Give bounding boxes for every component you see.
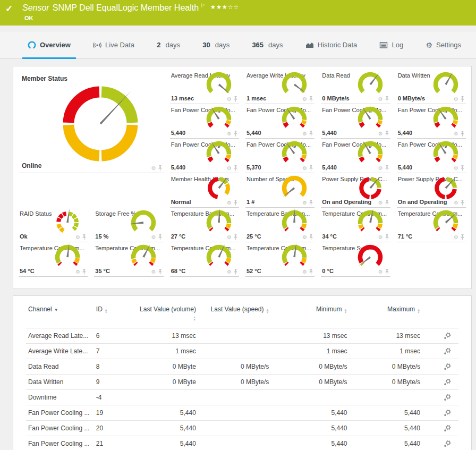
pin-icon[interactable] — [385, 165, 389, 171]
pin-icon[interactable] — [385, 131, 389, 137]
gear-icon[interactable]: ⚙ — [151, 269, 156, 275]
gauge-title: Data Read — [322, 72, 350, 79]
gear-icon[interactable]: ⚙ — [75, 235, 80, 240]
pin-icon[interactable] — [460, 131, 465, 137]
gear-icon[interactable]: ⚙ — [151, 166, 156, 171]
gauge-cell-temperature-control-m: Temperature Control m...34 °C⚙ — [321, 208, 390, 242]
log-icon — [379, 41, 388, 49]
gear-icon[interactable]: ⚙ — [151, 235, 156, 240]
pin-icon[interactable] — [233, 165, 238, 171]
pin-icon[interactable] — [460, 96, 465, 102]
gear-icon[interactable]: ⚙ — [75, 269, 80, 275]
channel-settings-icon[interactable] — [444, 410, 451, 417]
gear-icon[interactable]: ⚙ — [454, 200, 458, 206]
channel-settings-icon[interactable] — [444, 348, 451, 355]
cell-channel: Data Read — [26, 359, 94, 375]
tab-log[interactable]: Log — [374, 32, 409, 58]
pin-icon[interactable] — [233, 131, 238, 137]
channel-settings-icon[interactable] — [444, 394, 451, 401]
channel-settings-icon[interactable] — [444, 425, 451, 432]
tab-live-data[interactable]: Live Data — [88, 32, 140, 58]
gauge-cell-actions: ⚙ — [227, 131, 238, 137]
pin-icon[interactable] — [309, 200, 313, 206]
column-header-maximum[interactable]: Maximum▲▼ — [350, 303, 422, 328]
pin-icon[interactable] — [309, 96, 313, 102]
gear-icon[interactable]: ⚙ — [378, 200, 383, 206]
gear-icon[interactable]: ⚙ — [227, 235, 232, 240]
gear-icon[interactable]: ⚙ — [302, 97, 307, 102]
tab-365-days[interactable]: 365days — [246, 32, 288, 58]
gauge-value: 34 °C — [322, 233, 337, 240]
column-header-id[interactable]: ID▲▼ — [94, 303, 135, 328]
gauge-fan-power-cooling-mo — [197, 104, 239, 134]
pin-icon[interactable] — [385, 269, 389, 275]
gear-icon[interactable]: ⚙ — [378, 235, 383, 240]
gear-icon[interactable]: ⚙ — [227, 200, 232, 206]
pin-icon[interactable] — [309, 269, 313, 275]
column-label: ID — [96, 305, 103, 313]
gauge-cell-actions: ⚙ — [151, 269, 163, 275]
gauge-value: 5,440 — [171, 164, 186, 171]
cell-id: 6 — [94, 328, 135, 344]
gear-icon[interactable]: ⚙ — [302, 166, 307, 171]
cell-channel: Fan Power Cooling ... — [26, 405, 94, 421]
ok-check-icon: ✓ — [5, 3, 13, 14]
gear-icon[interactable]: ⚙ — [227, 269, 232, 275]
tab-30-days[interactable]: 30days — [197, 32, 235, 58]
pin-icon[interactable] — [233, 200, 238, 206]
gear-icon[interactable]: ⚙ — [378, 97, 383, 102]
gear-icon[interactable]: ⚙ — [454, 166, 458, 171]
gauge-cell-actions: ⚙ — [302, 96, 313, 102]
pin-icon[interactable] — [233, 269, 238, 275]
gear-icon[interactable]: ⚙ — [227, 97, 232, 102]
pin-icon[interactable] — [158, 234, 163, 240]
channel-settings-icon[interactable] — [444, 333, 451, 339]
pin-icon[interactable] — [309, 165, 313, 171]
tab-2-days[interactable]: 2days — [151, 32, 185, 58]
gear-icon[interactable]: ⚙ — [302, 200, 307, 206]
column-header-channel[interactable]: Channel▼ — [26, 303, 94, 328]
gear-icon[interactable]: ⚙ — [302, 131, 307, 137]
gear-icon[interactable]: ⚙ — [302, 235, 307, 240]
pin-icon[interactable] — [309, 234, 313, 240]
gear-icon[interactable]: ⚙ — [378, 166, 383, 171]
priority-stars[interactable]: ★★★☆☆ — [210, 4, 239, 10]
column-header-last-value-volume[interactable]: Last Value (volume)▲▼ — [135, 303, 198, 328]
pin-icon[interactable] — [460, 200, 465, 206]
pin-icon[interactable] — [82, 269, 87, 275]
gear-icon[interactable]: ⚙ — [378, 269, 383, 275]
pin-icon[interactable] — [460, 234, 465, 240]
column-header-minimum[interactable]: Minimum▲▼ — [271, 303, 349, 328]
channel-settings-icon[interactable] — [444, 379, 451, 386]
pin-icon[interactable] — [460, 165, 465, 171]
pin-icon[interactable] — [309, 131, 313, 137]
tab-settings[interactable]: ⚙Settings — [420, 32, 466, 58]
channel-settings-icon[interactable] — [444, 440, 451, 447]
gear-icon[interactable]: ⚙ — [227, 131, 232, 137]
gear-icon[interactable]: ⚙ — [454, 235, 458, 240]
column-header-last-value-speed[interactable]: Last Value (speed)▲▼ — [198, 303, 271, 328]
pin-icon[interactable] — [385, 96, 389, 102]
flag-icon[interactable]: ⚐ — [200, 3, 205, 9]
gauge-value: 35 °C — [95, 268, 110, 274]
gear-icon[interactable]: ⚙ — [454, 97, 458, 102]
tab-overview[interactable]: Overview — [22, 32, 76, 58]
pin-icon[interactable] — [385, 234, 389, 240]
tab-historic-data[interactable]: Historic Data — [300, 32, 362, 58]
gauge-cell-temperature-control-m: Temperature Control m...52 °C⚙ — [245, 242, 314, 277]
cell-maximum: 13 msec — [350, 328, 422, 344]
gauge-storage-free — [121, 208, 164, 237]
pin-icon[interactable] — [158, 165, 163, 171]
gear-icon[interactable]: ⚙ — [378, 131, 383, 137]
channel-settings-icon[interactable] — [444, 363, 451, 370]
pin-icon[interactable] — [158, 269, 163, 275]
pin-icon[interactable] — [82, 234, 87, 240]
gear-icon[interactable]: ⚙ — [227, 166, 232, 171]
pin-icon[interactable] — [233, 234, 238, 240]
gear-icon[interactable]: ⚙ — [454, 131, 458, 137]
gear-icon[interactable]: ⚙ — [302, 269, 307, 275]
pin-icon[interactable] — [385, 200, 389, 206]
cell-last-value-volume: 13 msec — [135, 328, 198, 344]
pin-icon[interactable] — [233, 96, 238, 102]
cell-minimum: 5,440 — [271, 421, 349, 436]
